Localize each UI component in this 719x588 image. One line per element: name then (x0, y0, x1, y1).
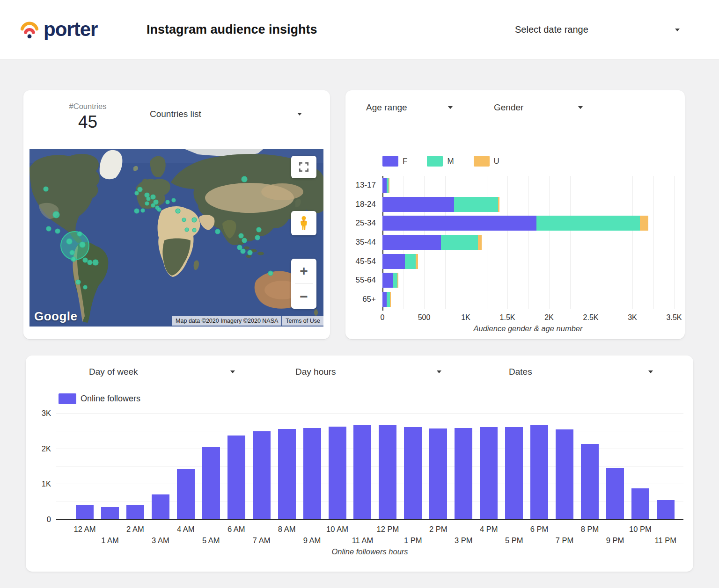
bar-2pm[interactable] (429, 428, 447, 519)
bar-5am[interactable] (202, 447, 220, 519)
map-marker[interactable] (241, 249, 245, 254)
bar-segment-m-45-54[interactable] (405, 254, 416, 269)
map-marker[interactable] (93, 260, 98, 265)
map-marker[interactable] (257, 227, 261, 232)
zoom-out-button[interactable]: − (291, 284, 316, 309)
date-range-selector[interactable]: Select date range (515, 24, 680, 35)
map-marker[interactable] (166, 200, 169, 204)
bar-12pm[interactable] (379, 425, 396, 519)
bar-segment-f-25-34[interactable] (382, 216, 536, 231)
map-marker[interactable] (138, 187, 142, 192)
bar-8pm[interactable] (581, 444, 599, 519)
bar-6am[interactable] (227, 436, 245, 519)
bar-segment-u-18-24[interactable] (498, 197, 499, 212)
map-marker[interactable] (242, 176, 247, 182)
map-marker[interactable] (44, 187, 48, 191)
map-marker[interactable] (192, 218, 197, 222)
map-marker[interactable] (66, 239, 72, 244)
map-marker[interactable] (80, 242, 85, 247)
bar-segment-f-35-44[interactable] (382, 235, 441, 250)
bar-5pm[interactable] (505, 427, 523, 519)
bar-4pm[interactable] (480, 427, 498, 519)
map-marker[interactable] (141, 209, 145, 212)
bar-10pm[interactable] (631, 488, 649, 519)
bar-segment-u-25-34[interactable] (640, 216, 648, 231)
bar-6pm[interactable] (530, 425, 548, 519)
bar-9am[interactable] (303, 428, 321, 519)
dates-dropdown[interactable]: Dates (509, 367, 653, 377)
x-tick-label: 5 AM (202, 536, 220, 545)
bar-7pm[interactable] (556, 429, 573, 519)
bar-9pm[interactable] (606, 468, 624, 519)
bar-1pm[interactable] (404, 427, 422, 519)
day-hours-dropdown[interactable]: Day hours (295, 367, 441, 377)
map-marker[interactable] (53, 211, 59, 218)
pegman-button[interactable] (291, 211, 316, 235)
fullscreen-button[interactable] (291, 156, 316, 178)
map-marker[interactable] (268, 271, 273, 276)
bar-segment-f-18-24[interactable] (382, 197, 454, 212)
age-range-dropdown[interactable]: Age range (366, 102, 453, 113)
bar-7am[interactable] (253, 431, 271, 519)
map-marker[interactable] (145, 202, 149, 205)
map-marker[interactable] (83, 285, 87, 289)
map-marker[interactable] (88, 260, 92, 265)
map-marker[interactable] (192, 228, 196, 232)
legend-label: U (494, 157, 499, 166)
bar-11pm[interactable] (657, 500, 675, 519)
map-marker[interactable] (185, 228, 189, 232)
map-marker[interactable] (182, 218, 186, 222)
map-marker[interactable] (134, 209, 139, 213)
bar-8am[interactable] (278, 429, 296, 519)
terms-of-use-link[interactable]: Terms of Use (282, 316, 323, 326)
map-marker[interactable] (239, 233, 243, 238)
map-marker[interactable] (242, 238, 247, 243)
bar-2am[interactable] (126, 505, 144, 519)
bar-3pm[interactable] (455, 428, 472, 519)
map-marker[interactable] (135, 191, 139, 195)
map-marker[interactable] (215, 229, 220, 234)
bar-10am[interactable] (329, 427, 346, 519)
map-marker[interactable] (70, 250, 74, 255)
bar-segment-m-25-34[interactable] (536, 216, 640, 231)
bar-segment-f-13-17[interactable] (382, 178, 387, 193)
bar-segment-u-13-17[interactable] (389, 178, 389, 193)
map-marker[interactable] (77, 232, 82, 236)
zoom-in-button[interactable]: + (291, 259, 316, 283)
bar-segment-u-35-44[interactable] (478, 235, 482, 250)
map-marker[interactable] (248, 250, 252, 255)
bar-segment-u-55-64[interactable] (397, 273, 398, 288)
map-marker[interactable] (151, 195, 155, 199)
bar-1am[interactable] (101, 507, 119, 519)
map-marker[interactable] (151, 203, 155, 207)
countries-list-dropdown[interactable]: Countries list (150, 109, 302, 119)
map-marker[interactable] (255, 235, 260, 240)
google-logo[interactable]: Google (34, 309, 78, 324)
map-marker[interactable] (172, 198, 176, 202)
gender-dropdown[interactable]: Gender (494, 102, 583, 113)
bar-segment-m-55-64[interactable] (393, 273, 397, 288)
world-map[interactable]: + − Google Map data ©2020 Imagery ©2020 … (29, 149, 323, 327)
bar-segment-f-45-54[interactable] (382, 254, 405, 269)
map-marker[interactable] (83, 258, 88, 262)
map-marker[interactable] (157, 208, 161, 211)
day-of-week-dropdown[interactable]: Day of week (89, 367, 235, 377)
bar-3am[interactable] (152, 494, 169, 519)
bar-segment-f-65+[interactable] (382, 292, 387, 307)
map-marker[interactable] (46, 226, 51, 231)
bar-segment-u-65+[interactable] (390, 292, 391, 307)
bar-12am[interactable] (76, 505, 94, 519)
bar-4am[interactable] (177, 469, 195, 519)
bar-segment-u-45-54[interactable] (416, 254, 418, 269)
bar-segment-f-55-64[interactable] (382, 273, 393, 288)
bar-11am[interactable] (353, 425, 371, 519)
bar-segment-m-65+[interactable] (387, 292, 390, 307)
map-marker[interactable] (147, 197, 150, 201)
map-marker[interactable] (176, 209, 180, 213)
map-marker[interactable] (76, 280, 81, 284)
map-marker[interactable] (71, 257, 76, 261)
map-marker[interactable] (55, 229, 60, 233)
bar-segment-m-18-24[interactable] (454, 197, 498, 212)
bar-segment-m-35-44[interactable] (441, 235, 478, 250)
map-marker[interactable] (237, 245, 242, 250)
